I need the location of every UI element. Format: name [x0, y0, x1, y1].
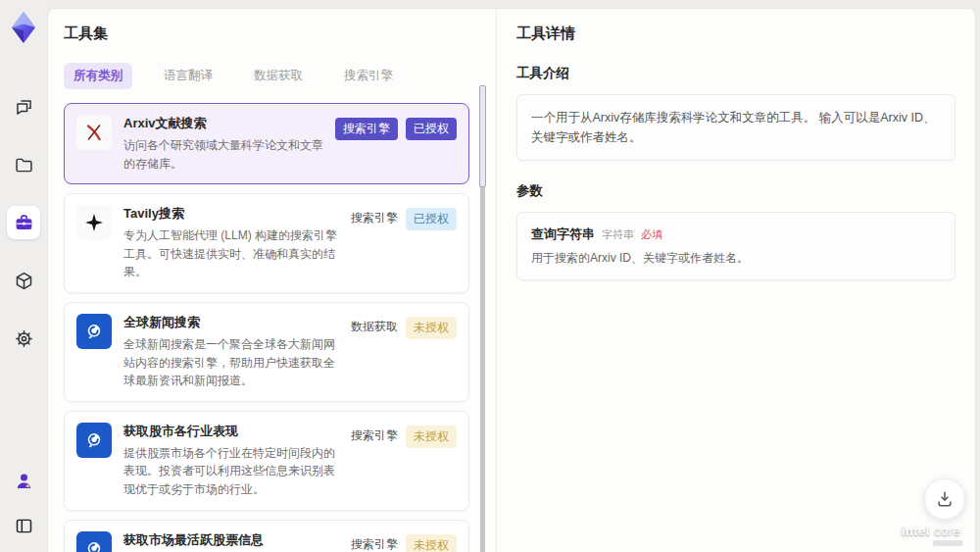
category-badge: 搜索引擎	[335, 118, 398, 140]
download-button[interactable]	[924, 478, 965, 520]
tool-card[interactable]: 获取市场最活跃股票信息 提供当天交易量最高的股票列表，投资者可以利用这些信息来识…	[64, 520, 469, 552]
core-brand-text: core	[930, 524, 960, 538]
tool-detail-column: 工具详情 工具介绍 一个用于从Arxiv存储库搜索科学论文和文章的工具。 输入可…	[497, 9, 975, 552]
param-required-flag: 必填	[641, 227, 662, 242]
news-icon	[76, 531, 112, 552]
tool-card[interactable]: 获取股市各行业表现 提供股票市场各个行业在特定时间段内的表现。投资者可以利用这些…	[64, 411, 469, 511]
status-badge: 未授权	[406, 317, 457, 339]
intro-section-title: 工具介绍	[516, 65, 956, 82]
tool-description: 访问各个研究领域大量科学论文和文章的存储库。	[123, 136, 323, 173]
news-icon	[76, 423, 112, 458]
intel-logo-sub-mark	[933, 540, 962, 546]
params-section-title: 参数	[516, 182, 956, 200]
tool-name: Arxiv文献搜索	[123, 115, 323, 132]
download-icon	[935, 489, 955, 509]
sidebar-toggle-icon[interactable]	[7, 509, 40, 542]
tab-translation[interactable]: 语言翻译	[154, 63, 222, 89]
arxiv-icon	[76, 115, 112, 150]
tavily-sparkle-icon	[76, 205, 112, 240]
main-panel: 工具集 所有类别 语言翻译 数据获取 搜索引擎 Arxiv文献搜索 访问各个研究…	[47, 8, 976, 552]
detail-title: 工具详情	[516, 25, 956, 43]
scrollbar-thumb[interactable]	[479, 85, 486, 187]
status-badge: 已授权	[406, 118, 457, 140]
intel-core-logo: intel core	[896, 524, 966, 546]
intel-brand-text: intel	[902, 524, 930, 538]
tool-list-column: 工具集 所有类别 语言翻译 数据获取 搜索引擎 Arxiv文献搜索 访问各个研究…	[48, 9, 497, 552]
status-badge: 已授权	[406, 208, 457, 230]
intro-text: 一个用于从Arxiv存储库搜索科学论文和文章的工具。 输入可以是Arxiv ID…	[531, 108, 941, 147]
list-scrollbar[interactable]	[480, 85, 485, 552]
status-badge: 未授权	[406, 534, 457, 552]
tool-description: 专为人工智能代理 (LLM) 构建的搜索引擎工具。可快速提供实时、准确和真实的结…	[123, 226, 339, 281]
tool-cards: Arxiv文献搜索 访问各个研究领域大量科学论文和文章的存储库。 搜索引擎 已授…	[64, 103, 469, 552]
param-box: 查询字符串 字符串 必填 用于搜索的Arxiv ID、关键字或作者姓名。	[516, 212, 956, 280]
tool-description: 提供股票市场各个行业在特定时间段内的表现。投资者可以利用这些信息来识别表现优于或…	[123, 444, 339, 499]
param-type: 字符串	[602, 227, 634, 242]
tool-card[interactable]: Tavily搜索 专为人工智能代理 (LLM) 构建的搜索引擎工具。可快速提供实…	[64, 193, 469, 293]
tool-description: 全球新闻搜索是一个聚合全球各大新闻网站内容的搜索引擎，帮助用户快速获取全球最新资…	[123, 335, 339, 390]
category-label: 数据获取	[351, 317, 398, 337]
tool-card[interactable]: 全球新闻搜索 全球新闻搜索是一个聚合全球各大新闻网站内容的搜索引擎，帮助用户快速…	[64, 302, 469, 402]
intro-box: 一个用于从Arxiv存储库搜索科学论文和文章的工具。 输入可以是Arxiv ID…	[516, 94, 956, 161]
rail-nav	[7, 90, 40, 355]
tab-search-engine[interactable]: 搜索引擎	[334, 63, 403, 89]
news-icon	[76, 314, 112, 349]
category-label: 搜索引擎	[351, 208, 398, 228]
user-avatar-icon[interactable]	[7, 464, 40, 497]
toolbox-icon[interactable]	[7, 206, 40, 239]
tool-card[interactable]: Arxiv文献搜索 访问各个研究领域大量科学论文和文章的存储库。 搜索引擎 已授…	[64, 103, 469, 184]
param-description: 用于搜索的Arxiv ID、关键字或作者姓名。	[531, 250, 941, 267]
tab-data-fetch[interactable]: 数据获取	[244, 63, 313, 89]
settings-gear-icon[interactable]	[7, 322, 40, 355]
param-name: 查询字符串	[531, 226, 595, 243]
tool-name: 获取市场最活跃股票信息	[123, 531, 339, 549]
tool-name: 获取股市各行业表现	[123, 423, 339, 440]
category-tabs: 所有类别 语言翻译 数据获取 搜索引擎	[64, 63, 496, 89]
page-title: 工具集	[64, 25, 496, 43]
category-label: 搜索引擎	[351, 426, 398, 446]
tool-name: Tavily搜索	[123, 205, 339, 223]
rail-bottom	[7, 464, 40, 542]
package-icon[interactable]	[7, 264, 40, 297]
app-logo-icon	[6, 8, 41, 47]
status-badge: 未授权	[406, 426, 457, 448]
category-label: 搜索引擎	[351, 534, 398, 552]
folder-icon[interactable]	[7, 148, 40, 181]
chat-icon[interactable]	[7, 90, 40, 124]
tab-all-categories[interactable]: 所有类别	[64, 63, 132, 89]
app-rail	[0, 0, 47, 552]
tool-name: 全球新闻搜索	[123, 314, 339, 331]
